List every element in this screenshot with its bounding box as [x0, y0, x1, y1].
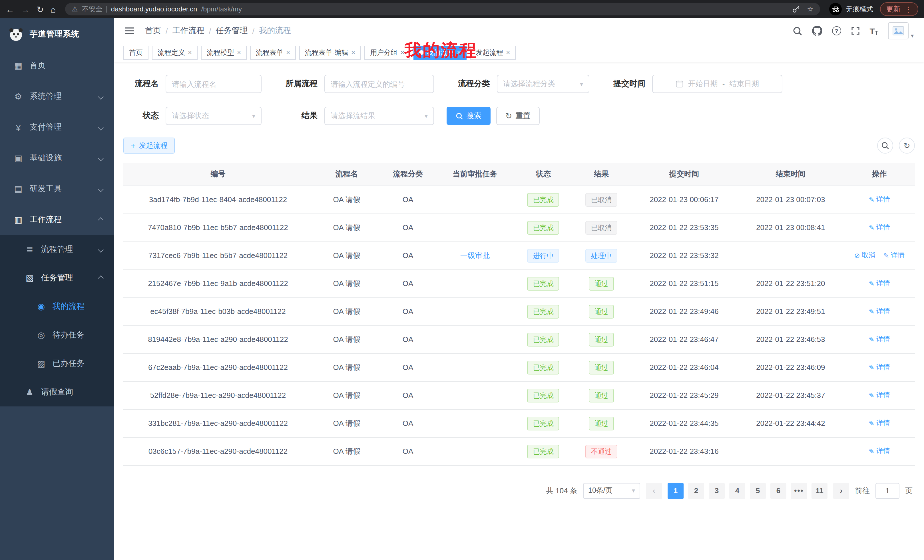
sidebar-item-payment[interactable]: ¥支付管理	[0, 112, 114, 143]
tab-process-model[interactable]: 流程模型×	[201, 45, 247, 60]
cell-id: 2152467e-7b9b-11ec-9a1b-acde48001122	[123, 270, 313, 297]
eye-icon: ◎	[35, 330, 47, 340]
font-size-icon[interactable]: TT	[870, 26, 878, 36]
detail-link[interactable]: ✎详情	[869, 418, 890, 428]
help-icon[interactable]: ?	[832, 26, 841, 35]
workflow-icon: ▥	[13, 215, 24, 225]
edit-icon: ✎	[869, 223, 874, 232]
chevron-down-icon[interactable]: ▾	[911, 33, 914, 39]
pagination-prev-button[interactable]: ‹	[646, 483, 662, 499]
pagination-page-4[interactable]: 4	[729, 483, 745, 499]
status-badge: 已完成	[527, 388, 560, 402]
close-icon[interactable]: ×	[400, 49, 404, 56]
cancel-link[interactable]: ⊘取消	[854, 251, 876, 260]
category-select[interactable]: 请选择流程分类 ▾	[497, 75, 590, 93]
sidebar-item-my-process[interactable]: ◉我的流程	[0, 292, 114, 321]
sidebar: 芋道管理系统 ▦首页⚙系统管理¥支付管理▣基础设施▤研发工具▥工作流程≣流程管理…	[0, 18, 114, 560]
detail-link[interactable]: ✎详情	[869, 195, 890, 204]
pagination-page-3[interactable]: 3	[709, 483, 725, 499]
sidebar-item-infra[interactable]: ▣基础设施	[0, 143, 114, 174]
start-process-button[interactable]: + 发起流程	[123, 138, 175, 154]
pagination-page-1[interactable]: 1	[668, 483, 684, 499]
edit-icon: ✎	[869, 335, 874, 343]
avatar[interactable]	[888, 22, 909, 39]
parent-process-input[interactable]	[324, 75, 434, 93]
breadcrumb-item[interactable]: 首页	[145, 26, 161, 36]
incognito-badge[interactable]: 无痕模式	[829, 3, 873, 15]
pagination-jump-input[interactable]	[876, 483, 900, 499]
tab-process-definition[interactable]: 流程定义×	[152, 45, 198, 60]
tab-home[interactable]: 首页	[123, 45, 148, 60]
submit-time-range[interactable]: 开始日期 - 结束日期	[652, 75, 782, 93]
breadcrumb-item[interactable]: 工作流程	[172, 26, 204, 36]
sidebar-item-task-mgmt[interactable]: ▧任务管理	[0, 264, 114, 292]
search-button[interactable]: 搜索	[447, 107, 490, 125]
sidebar-item-label: 请假查询	[41, 387, 73, 397]
result-select[interactable]: 请选择流结果 ▾	[324, 107, 434, 125]
key-icon[interactable]	[792, 5, 800, 13]
browser-reload-icon[interactable]: ↻	[36, 5, 44, 13]
sidebar-item-system[interactable]: ⚙系统管理	[0, 81, 114, 112]
bookmark-star-icon[interactable]: ☆	[807, 5, 813, 13]
pagination-page-11[interactable]: 11	[812, 483, 828, 499]
browser-update-button[interactable]: 更新 ⋮	[880, 2, 918, 16]
sidebar-item-todo-tasks[interactable]: ◎待办任务	[0, 321, 114, 349]
close-icon[interactable]: ×	[506, 49, 510, 56]
kebab-menu-icon[interactable]: ⋮	[904, 5, 912, 13]
sidebar-item-leave-query[interactable]: ♟请假查询	[0, 378, 114, 406]
detail-link[interactable]: ✎详情	[884, 251, 904, 260]
sidebar-item-process-mgmt[interactable]: ≣流程管理	[0, 235, 114, 264]
tab-user-group[interactable]: 用户分组×	[364, 45, 410, 60]
sidebar-item-devtools[interactable]: ▤研发工具	[0, 174, 114, 204]
sidebar-item-label: 基础设施	[30, 153, 62, 163]
address-bar[interactable]: ⚠ 不安全 dashboard.yudao.iocoder.cn/bpm/tas…	[65, 3, 820, 15]
status-select[interactable]: 请选择状态 ▾	[166, 107, 261, 125]
breadcrumb-item[interactable]: 任务管理	[216, 26, 248, 36]
page-size-select[interactable]: 10条/页 ▾	[583, 483, 640, 499]
close-icon[interactable]: ×	[188, 49, 192, 56]
search-icon[interactable]	[792, 26, 802, 36]
sidebar-item-home[interactable]: ▦首页	[0, 50, 114, 81]
close-icon[interactable]: ×	[286, 49, 290, 56]
cell-actions: ✎详情	[844, 409, 915, 437]
pagination-page-5[interactable]: 5	[750, 483, 766, 499]
detail-link[interactable]: ✎详情	[869, 307, 890, 316]
browser-forward-icon[interactable]: →	[21, 5, 30, 13]
edit-icon: ✎	[869, 279, 874, 287]
column-end-time: 结束时间	[737, 163, 844, 186]
pagination-ellipsis[interactable]: •••	[791, 483, 807, 499]
browser-home-icon[interactable]: ⌂	[51, 5, 56, 13]
github-icon[interactable]	[812, 26, 822, 36]
cell-task	[435, 409, 515, 437]
close-icon[interactable]: ×	[237, 49, 241, 56]
app-logo[interactable]: 芋道管理系统	[0, 18, 114, 50]
fullscreen-icon[interactable]	[850, 26, 860, 35]
close-icon[interactable]: ×	[351, 49, 355, 56]
process-name-input[interactable]	[166, 75, 261, 93]
sidebar-item-done-tasks[interactable]: ▨已办任务	[0, 349, 114, 378]
cell-result: 通过	[572, 381, 631, 409]
table-search-button[interactable]	[877, 138, 893, 154]
detail-link[interactable]: ✎详情	[869, 446, 890, 456]
table-refresh-button[interactable]: ↻	[899, 138, 915, 154]
detail-link[interactable]: ✎详情	[869, 362, 890, 372]
detail-link[interactable]: ✎详情	[869, 279, 890, 288]
cell-name: OA 请假	[313, 325, 381, 353]
sidebar-item-workflow[interactable]: ▥工作流程	[0, 204, 114, 235]
detail-link[interactable]: ✎详情	[869, 391, 890, 400]
pagination-page-6[interactable]: 6	[770, 483, 786, 499]
detail-link[interactable]: ✎详情	[869, 334, 890, 344]
hamburger-icon[interactable]	[124, 27, 135, 35]
pagination-page-2[interactable]: 2	[688, 483, 704, 499]
tab-process-form-edit[interactable]: 流程表单-编辑×	[299, 45, 361, 60]
cell-task	[435, 325, 515, 353]
tab-process-form[interactable]: 流程表单×	[250, 45, 296, 60]
pagination-next-button[interactable]: ›	[833, 483, 849, 499]
cancel-icon: ⊘	[854, 252, 860, 259]
task-link[interactable]: 一级审批	[460, 251, 490, 259]
tab-label: 流程模型	[207, 48, 234, 57]
reset-button[interactable]: ↻ 重置	[496, 107, 539, 125]
detail-link[interactable]: ✎详情	[869, 223, 890, 232]
browser-back-icon[interactable]: ←	[6, 5, 14, 13]
result-badge: 通过	[589, 304, 614, 318]
